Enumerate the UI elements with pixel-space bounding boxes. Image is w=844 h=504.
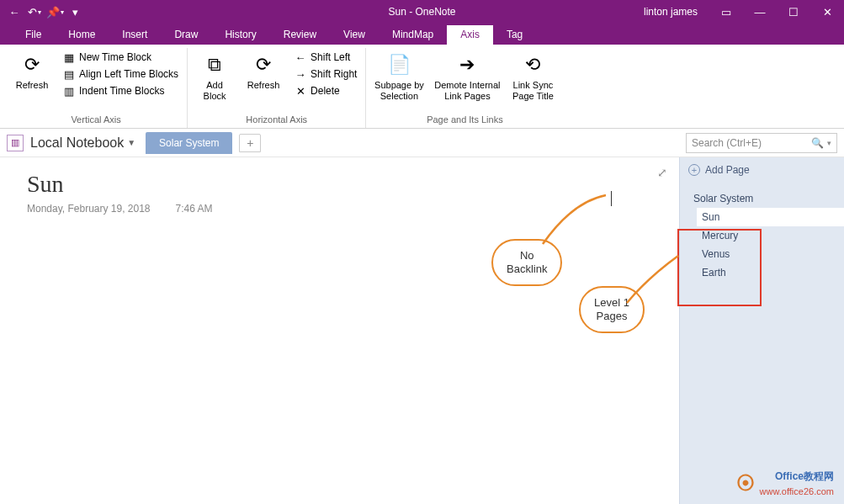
tab-history[interactable]: History <box>211 25 269 45</box>
add-page-button[interactable]: + Add Page <box>680 157 844 183</box>
add-page-label: Add Page <box>705 164 750 176</box>
expand-icon[interactable]: ⤢ <box>657 166 667 179</box>
text-cursor <box>611 191 612 206</box>
notebook-dropdown-icon[interactable]: ▼ <box>127 138 135 147</box>
search-placeholder: Search (Ctrl+E) <box>692 137 762 149</box>
linksync-label: Link Sync Page Title <box>509 80 556 102</box>
refresh-vertical-button[interactable]: ⟳ Refresh <box>10 50 54 91</box>
page-item[interactable]: Earth <box>697 263 844 282</box>
search-input[interactable]: Search (Ctrl+E) 🔍 ▾ <box>686 133 837 153</box>
window-title: Sun - OneNote <box>388 6 455 18</box>
group-page-links: 📄 Subpage by Selection ➔ Demote Internal… <box>366 48 563 128</box>
search-dropdown-icon[interactable]: ▾ <box>827 139 831 147</box>
undo-button[interactable]: ↶ <box>25 3 44 21</box>
indent-blocks-button[interactable]: ▥Indent Time Blocks <box>59 83 182 98</box>
minimize-button[interactable]: — <box>743 0 777 24</box>
watermark-title: Office教程网 <box>775 470 834 482</box>
page-item[interactable]: Mercury <box>697 226 844 245</box>
tab-insert[interactable]: Insert <box>109 25 161 45</box>
tab-draw[interactable]: Draw <box>161 25 211 45</box>
qat-more[interactable]: ▾ <box>66 3 84 21</box>
tab-home[interactable]: Home <box>55 25 109 45</box>
title-bar: ← ↶ 📌 ▾ Sun - OneNote linton james ▭ — ☐… <box>0 0 844 24</box>
plus-icon: + <box>688 164 700 176</box>
page-item[interactable]: Venus <box>697 245 844 263</box>
shift-left-button[interactable]: ←Shift Left <box>290 50 360 65</box>
notebook-name[interactable]: Local Notebook <box>30 135 124 151</box>
close-button[interactable]: ✕ <box>810 0 844 24</box>
demote-button[interactable]: ➔ Demote Internal Link Pages <box>432 50 502 102</box>
tab-mindmap[interactable]: MindMap <box>379 25 447 45</box>
group-vertical-axis: ⟳ Refresh ▦New Time Block ▤Align Left Ti… <box>5 48 188 128</box>
tab-file[interactable]: File <box>12 25 55 45</box>
tab-review[interactable]: Review <box>270 25 330 45</box>
ribbon-tabs: FileHomeInsertDrawHistoryReviewViewMindM… <box>0 24 844 45</box>
tab-view[interactable]: View <box>330 25 379 45</box>
new-block-icon: ▦ <box>62 50 76 64</box>
add-block-label: Add Block <box>194 80 235 102</box>
office-logo-icon: ⦿ <box>736 476 755 491</box>
page-item[interactable]: Solar System <box>688 189 844 208</box>
delete-icon: ✕ <box>294 84 307 98</box>
indent-icon: ▥ <box>62 84 76 98</box>
search-icon: 🔍 <box>811 137 824 149</box>
sync-icon: ⟲ <box>519 51 546 78</box>
page-panel: + Add Page Solar SystemSunMercuryVenusEa… <box>679 157 844 504</box>
arrow-right-icon: → <box>294 67 307 81</box>
watermark-url: www.office26.com <box>760 484 834 499</box>
subpage-button[interactable]: 📄 Subpage by Selection <box>371 50 427 102</box>
tab-axis[interactable]: Axis <box>447 25 493 45</box>
new-section-button[interactable]: + <box>239 134 261 152</box>
callout-level1: Level 1Pages <box>579 286 645 333</box>
subpage-icon: 📄 <box>385 51 412 78</box>
refresh-icon: ⟳ <box>19 51 45 78</box>
back-button[interactable]: ← <box>5 3 24 21</box>
content-area: ⤢ Sun Monday, February 19, 2018 7:46 AM … <box>0 157 844 504</box>
watermark: ⦿ Office教程网 www.office26.com <box>736 469 834 499</box>
page-item[interactable]: Sun <box>697 208 844 226</box>
page-canvas[interactable]: ⤢ Sun Monday, February 19, 2018 7:46 AM <box>0 157 679 504</box>
page-date[interactable]: Monday, February 19, 2018 <box>27 203 151 215</box>
new-time-block-button[interactable]: ▦New Time Block <box>59 50 182 65</box>
page-list: Solar SystemSunMercuryVenusEarth <box>680 183 844 282</box>
ribbon: ⟳ Refresh ▦New Time Block ▤Align Left Ti… <box>0 45 844 129</box>
group-horizontal-axis: ⧉ Add Block ⟳ Refresh ←Shift Left →Shift… <box>188 48 366 128</box>
refresh-label: Refresh <box>16 80 49 91</box>
page-time[interactable]: 7:46 AM <box>176 203 213 215</box>
refresh-horizontal-button[interactable]: ⟳ Refresh <box>242 50 285 91</box>
ribbon-options-icon[interactable]: ▭ <box>709 0 743 24</box>
refresh-icon: ⟳ <box>250 51 277 78</box>
add-block-button[interactable]: ⧉ Add Block <box>193 50 236 102</box>
group-label: Horizontal Axis <box>246 113 307 128</box>
demote-label: Demote Internal Link Pages <box>433 80 501 102</box>
align-left-button[interactable]: ▤Align Left Time Blocks <box>59 66 182 82</box>
user-name[interactable]: linton james <box>632 6 709 18</box>
add-block-icon: ⧉ <box>201 51 228 78</box>
quick-access-toolbar: ← ↶ 📌 ▾ <box>0 3 84 21</box>
delete-button[interactable]: ✕Delete <box>290 83 360 98</box>
subpage-label: Subpage by Selection <box>373 80 425 102</box>
arrow-left-icon: ← <box>294 50 307 64</box>
group-label: Vertical Axis <box>71 113 120 128</box>
notebook-bar: ▥ Local Notebook ▼ Solar System + Search… <box>0 129 844 157</box>
shift-right-button[interactable]: →Shift Right <box>290 66 360 82</box>
page-title[interactable]: Sun <box>27 171 652 198</box>
group-label: Page and Its Links <box>427 113 503 128</box>
tab-tag[interactable]: Tag <box>493 25 536 45</box>
link-sync-button[interactable]: ⟲ Link Sync Page Title <box>507 50 558 102</box>
maximize-button[interactable]: ☐ <box>777 0 810 24</box>
callout-no-backlink: NoBacklink <box>491 239 562 286</box>
refresh-h-label: Refresh <box>247 80 280 91</box>
demote-icon: ➔ <box>454 51 480 78</box>
section-tab[interactable]: Solar System <box>146 132 232 154</box>
pin-button[interactable]: 📌 <box>45 3 64 21</box>
page-meta: Monday, February 19, 2018 7:46 AM <box>27 203 652 215</box>
notebook-icon[interactable]: ▥ <box>7 135 24 151</box>
align-icon: ▤ <box>62 67 76 81</box>
